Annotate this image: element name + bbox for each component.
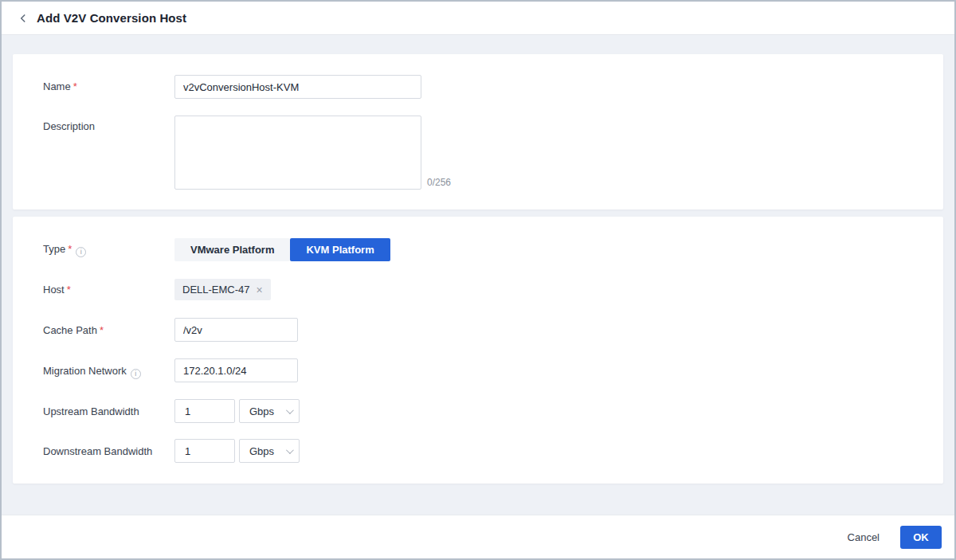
unit-label: Gbps — [249, 405, 274, 417]
page-title: Add V2V Conversion Host — [37, 11, 186, 25]
back-icon[interactable] — [16, 11, 30, 25]
downstream-bandwidth-input[interactable] — [174, 439, 235, 463]
header-bar: Add V2V Conversion Host — [2, 2, 954, 35]
migration-network-label: Migration Networki — [43, 365, 141, 379]
basic-info-card: Name* Description 0/256 — [13, 54, 943, 210]
required-marker: * — [73, 80, 77, 92]
info-icon[interactable]: i — [131, 369, 141, 379]
type-segmented-control: VMware Platform KVM Platform — [174, 238, 390, 261]
type-option-vmware-platform[interactable]: VMware Platform — [174, 238, 290, 261]
type-option-kvm-platform[interactable]: KVM Platform — [290, 238, 390, 261]
required-marker: * — [100, 324, 104, 336]
migration-network-input[interactable] — [174, 358, 298, 382]
description-textarea[interactable] — [174, 116, 421, 190]
upstream-bandwidth-unit-select[interactable]: Gbps — [239, 399, 300, 423]
add-v2v-conversion-host-dialog: Add V2V Conversion Host Name* Descriptio… — [0, 0, 956, 560]
upstream-bandwidth-input[interactable] — [174, 399, 235, 423]
remove-host-icon[interactable]: × — [257, 284, 263, 296]
downstream-bandwidth-unit-select[interactable]: Gbps — [239, 439, 300, 463]
required-marker: * — [67, 284, 71, 296]
info-icon[interactable]: i — [76, 247, 86, 257]
cache-path-input[interactable] — [174, 318, 298, 342]
unit-label: Gbps — [249, 445, 274, 457]
chevron-down-icon — [286, 406, 294, 414]
name-label: Name* — [43, 80, 77, 93]
name-input[interactable] — [174, 75, 421, 99]
footer-bar: Cancel OK — [2, 515, 954, 558]
cache-path-label: Cache Path* — [43, 324, 104, 337]
char-counter: 0/256 — [427, 177, 451, 188]
downstream-bandwidth-label: Downstream Bandwidth — [43, 445, 152, 458]
chevron-down-icon — [286, 446, 294, 454]
host-tag[interactable]: DELL-EMC-47 × — [174, 279, 271, 300]
required-marker: * — [68, 243, 72, 255]
platform-settings-card: Type*i VMware Platform KVM Platform Host… — [13, 217, 943, 484]
cancel-button[interactable]: Cancel — [844, 527, 883, 548]
upstream-bandwidth-label: Upstream Bandwidth — [43, 405, 139, 418]
host-tag-label: DELL-EMC-47 — [182, 284, 250, 296]
ok-button[interactable]: OK — [900, 526, 942, 549]
host-label: Host* — [43, 284, 71, 296]
description-label: Description — [43, 120, 95, 133]
type-label: Type*i — [43, 243, 86, 257]
